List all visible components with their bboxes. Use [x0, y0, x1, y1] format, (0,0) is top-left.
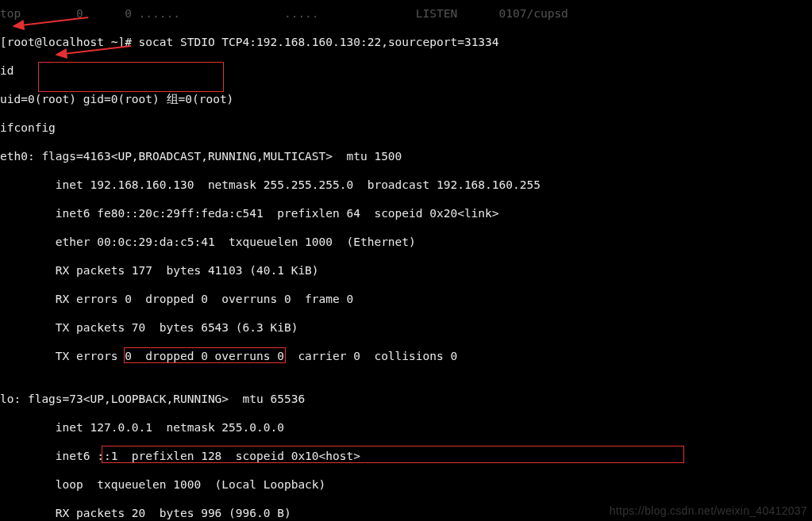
lo-inet: inet 127.0.0.1 netmask 255.0.0.0 — [0, 420, 812, 435]
partial-cut-line: top 0 0 ...... ..... LISTEN 0107/cupsd — [0, 6, 812, 21]
eth0-inet6: inet6 fe80::20c:29ff:feda:c541 prefixlen… — [0, 206, 812, 220]
terminal[interactable]: top 0 0 ...... ..... LISTEN 0107/cupsd [… — [0, 0, 812, 521]
eth0-tx-pkts: TX packets 70 bytes 6543 (6.3 KiB) — [0, 320, 812, 335]
eth0-ether: ether 00:0c:29:da:c5:41 txqueuelen 1000 … — [0, 235, 812, 249]
eth0-inet: inet 192.168.160.130 netmask 255.255.255… — [0, 178, 812, 192]
cmd-ifconfig: ifconfig — [0, 121, 812, 135]
eth0-rx-pkts: RX packets 177 bytes 41103 (40.1 KiB) — [0, 263, 812, 278]
lo-flags: lo: flags=73<UP,LOOPBACK,RUNNING> mtu 65… — [0, 392, 812, 406]
eth0-flags: eth0: flags=4163<UP,BROADCAST,RUNNING,MU… — [0, 149, 812, 163]
lo-inet6: inet6 ::1 prefixlen 128 scopeid 0x10<hos… — [0, 449, 812, 463]
lo-loop: loop txqueuelen 1000 (Local Loopback) — [0, 477, 812, 492]
output-id: uid=0(root) gid=0(root) 组=0(root) — [0, 92, 812, 106]
eth0-tx-err: TX errors 0 dropped 0 overruns 0 carrier… — [0, 349, 812, 363]
prompt-line-1: [root@localhost ~]# socat STDIO TCP4:192… — [0, 35, 812, 49]
cmd-id: id — [0, 63, 812, 78]
lo-rx-pkts: RX packets 20 bytes 996 (996.0 B) — [0, 506, 812, 520]
eth0-rx-err: RX errors 0 dropped 0 overruns 0 frame 0 — [0, 292, 812, 306]
prompt: [root@localhost ~]# — [0, 36, 139, 48]
command-socat: socat STDIO TCP4:192.168.160.130:22,sour… — [139, 36, 499, 48]
